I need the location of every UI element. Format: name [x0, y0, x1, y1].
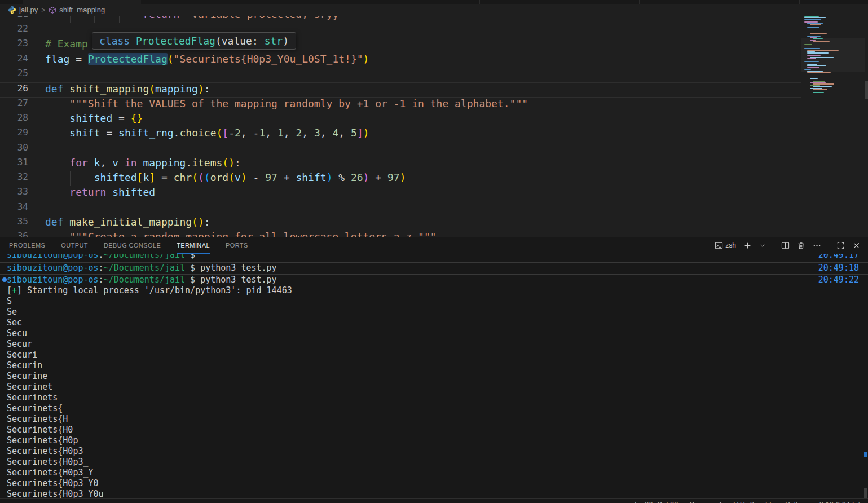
editor-tab-strip[interactable]	[0, 0, 868, 4]
code-token: )	[363, 127, 369, 139]
split-terminal-button[interactable]	[779, 240, 791, 251]
editor-line[interactable]: 32shifted[k] = chr(((ord(v) - 97 + shift…	[0, 171, 801, 186]
status-bar-item[interactable]: LF	[765, 500, 774, 503]
code-token: (	[228, 171, 235, 183]
panel-tab-debug-console[interactable]: DEBUG CONSOLE	[104, 237, 161, 254]
terminal-output-line: Securinets{H0	[7, 425, 73, 435]
code-line-text[interactable]: return shifted	[69, 186, 155, 201]
code-line-text[interactable]: shifted = {}	[69, 112, 143, 127]
editor-line[interactable]: 35def make_initial_mapping():	[0, 216, 801, 231]
code-line-text[interactable]: def shift_mapping(mapping):	[45, 83, 210, 98]
code-line-text[interactable]: shifted[k] = chr(((ord(v) - 97 + shift) …	[94, 171, 406, 186]
editor-line[interactable]: 36"""Create a random mapping for all low…	[0, 231, 801, 237]
code-token: ProtectedFlag	[88, 53, 168, 65]
minimap-line	[813, 38, 823, 39]
breadcrumb-symbol-label[interactable]: shift_mapping	[59, 6, 105, 14]
tab-separator	[799, 0, 800, 4]
code-token: ,	[302, 127, 314, 139]
terminal-scrollbar-thumb[interactable]	[864, 488, 867, 498]
line-number[interactable]: 24	[0, 53, 28, 68]
code-line-text[interactable]: shift = shift_rng.choice([-2, -1, 1, 2, …	[69, 127, 369, 142]
editor-line[interactable]: 28shifted = {}	[0, 112, 801, 127]
panel-tab-problems[interactable]: PROBLEMS	[9, 237, 45, 254]
code-line-text[interactable]: def make_initial_mapping():	[45, 216, 210, 231]
code-line-text[interactable]: """Create a random mapping for all lower…	[69, 231, 436, 237]
line-number[interactable]: 34	[0, 201, 28, 216]
minimap[interactable]	[801, 4, 865, 237]
code-token: =	[112, 112, 131, 124]
code-token: (	[168, 53, 174, 65]
breadcrumb-file[interactable]: jail.py	[8, 6, 38, 14]
code-token: {}	[131, 112, 143, 124]
code-token: =	[155, 171, 174, 183]
terminal-output[interactable]: sibouzitoun@pop-os:~/Documents/jail $ 20…	[0, 237, 868, 498]
terminal-prompt-line: sibouzitoun@pop-os:~/Documents/jail $ py…	[7, 275, 277, 285]
editor-line[interactable]: 30	[0, 142, 801, 157]
code-token: ()	[222, 157, 235, 169]
prompt-colon: :	[99, 275, 104, 285]
breadcrumb-file-label[interactable]: jail.py	[19, 6, 38, 14]
more-actions-button[interactable]	[811, 240, 823, 251]
line-number[interactable]: 23	[0, 38, 28, 52]
line-number[interactable]: 22	[0, 23, 28, 38]
panel-tab-output[interactable]: OUTPUT	[61, 237, 88, 254]
line-number[interactable]: 27	[0, 98, 28, 112]
breadcrumb-symbol[interactable]: shift_mapping	[49, 6, 105, 14]
tab-separator	[320, 0, 320, 4]
terminal-dropdown-chevron-icon[interactable]	[757, 241, 767, 250]
close-panel-button[interactable]	[851, 240, 862, 251]
indent-guide	[46, 142, 46, 157]
code-token: # Examp	[45, 38, 88, 50]
code-token: shift_rng	[118, 127, 174, 139]
editor-line[interactable]: 34	[0, 201, 801, 216]
line-number[interactable]: 25	[0, 68, 28, 82]
panel-tab-ports[interactable]: PORTS	[226, 237, 248, 254]
minimap-line	[804, 16, 819, 17]
new-terminal-button[interactable]	[742, 240, 754, 251]
line-number[interactable]: 33	[0, 186, 28, 201]
minimap-line	[810, 80, 825, 81]
line-number[interactable]: 26	[0, 83, 28, 98]
panel-tab-terminal[interactable]: TERMINAL	[177, 237, 210, 254]
shell-label: zsh	[725, 241, 736, 249]
code-line-text[interactable]: for k, v in mapping.items():	[69, 157, 241, 171]
editor-scrollbar-thumb[interactable]	[865, 81, 868, 99]
editor-line[interactable]: 24flag = ProtectedFlag("Securinets{H0p3_…	[0, 53, 801, 68]
editor-line[interactable]: 29shift = shift_rng.choice([-2, -1, 1, 2…	[0, 127, 801, 142]
toolbar-divider	[829, 241, 829, 250]
editor-line[interactable]: 26def shift_mapping(mapping):	[0, 82, 801, 97]
code-line-text[interactable]: # Examp	[45, 38, 88, 52]
code-line-text[interactable]: """Shift the VALUES of the mapping rando…	[69, 98, 528, 112]
status-bar-item[interactable]: Ln 26, Col 22	[635, 500, 678, 503]
symbol-cube-icon	[49, 6, 56, 14]
terminal-shell-button[interactable]: zsh	[713, 240, 738, 251]
code-token: :	[204, 83, 210, 95]
status-bar-item[interactable]: Spaces: 4	[689, 500, 722, 503]
line-number[interactable]: 35	[0, 216, 28, 231]
terminal-output-line: Securinets{H	[7, 414, 68, 425]
status-bar-item[interactable]: UTF-8	[733, 500, 754, 503]
line-number[interactable]: 30	[0, 142, 28, 157]
code-line-text[interactable]: flag = ProtectedFlag("Securinets{H0p3_Y0…	[45, 53, 369, 68]
minimap-line	[804, 19, 821, 20]
editor-line[interactable]: 27"""Shift the VALUES of the mapping ran…	[0, 98, 801, 112]
editor-line[interactable]: 31for k, v in mapping.items():	[0, 157, 801, 171]
status-bar-item[interactable]: Python	[785, 500, 808, 503]
line-number[interactable]: 36	[0, 231, 28, 237]
maximize-panel-button[interactable]	[835, 240, 847, 251]
terminal-output-line: Securinets{H0p3_Y	[7, 467, 94, 478]
status-bar-item[interactable]: 3.10.6 64-bit	[819, 500, 860, 503]
editor-line[interactable]: 33return shifted	[0, 186, 801, 201]
code-token: [	[137, 171, 143, 183]
editor-line[interactable]: 25	[0, 68, 801, 82]
minimap-line	[807, 77, 812, 78]
code-token: )	[283, 35, 289, 47]
kill-terminal-button[interactable]	[795, 240, 807, 251]
line-number[interactable]: 28	[0, 112, 28, 127]
active-tab-sliver[interactable]	[23, 0, 141, 4]
code-token: v	[235, 171, 241, 183]
line-number[interactable]: 32	[0, 171, 28, 186]
panel-tabs: PROBLEMSOUTPUTDEBUG CONSOLETERMINALPORTS	[0, 237, 248, 254]
line-number[interactable]: 29	[0, 127, 28, 142]
line-number[interactable]: 31	[0, 157, 28, 171]
